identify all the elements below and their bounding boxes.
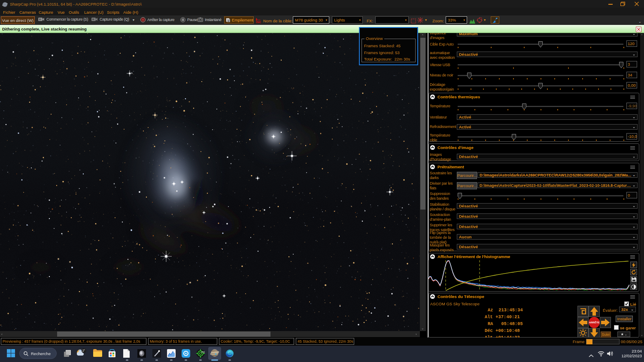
svg-text:2°: 2°	[82, 349, 85, 352]
svg-text:2: 2	[228, 19, 229, 22]
svg-text:NC: NC	[257, 20, 261, 24]
svg-text:PHD: PHD	[201, 351, 205, 353]
